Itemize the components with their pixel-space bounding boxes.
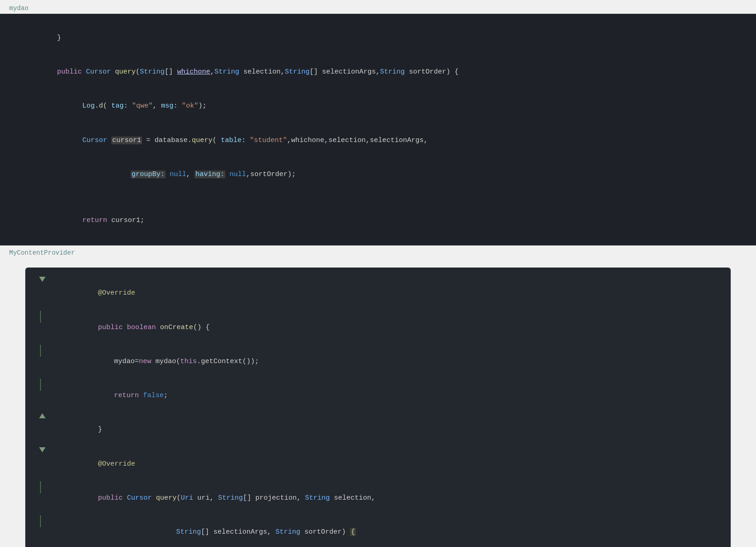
code-row: Cursor cursor1 = database.query( table: … [9,124,747,158]
code-row: return cursor1; [9,204,747,238]
code-row [9,192,747,204]
code-line-top-6 [24,192,747,203]
code-row: String[] selectionArgs, String sortOrder… [36,515,720,547]
code-line-top-1: } [24,21,747,55]
gutter [36,311,51,323]
middle-label: MyContentProvider [0,245,756,260]
gutter [36,481,51,493]
gutter [36,413,51,418]
code-line-top-7: return cursor1; [24,204,747,238]
code-line-mid-2: public boolean onCreate() { [51,311,720,345]
top-label: mydao [0,0,756,14]
fold-icon [39,447,46,452]
fold-icon [39,413,46,418]
code-row: public boolean onCreate() { [36,311,720,345]
gutter [36,447,51,452]
code-row: return false; [36,379,720,413]
code-line-top-3: Log.d( tag: "qwe", msg: "ok"); [24,90,747,124]
gutter [36,379,51,391]
code-row: @Override [36,277,720,311]
fold-icon [39,277,46,282]
gutter [36,277,51,282]
code-line-top-4: Cursor cursor1 = database.query( table: … [24,124,747,158]
code-row: Log.d( tag: "qwe", msg: "ok"); [9,90,747,124]
section-middle: @Override public boolean onCreate() { my… [25,268,731,547]
code-row: } [36,413,720,447]
section-top: } public Cursor query(String[] whichone,… [0,14,756,245]
code-line-mid-6: @Override [51,447,720,481]
code-line-mid-1: @Override [51,277,720,311]
code-line-mid-4: return false; [51,379,720,413]
code-line-mid-7: public Cursor query(Uri uri, String[] pr… [51,481,720,515]
code-line-top-2: public Cursor query(String[] whichone,St… [24,55,747,89]
code-row: @Override [36,447,720,481]
code-row: public Cursor query(String[] whichone,St… [9,55,747,89]
code-row: groupBy: null, having: null,sortOrder); [9,158,747,192]
code-line-mid-8: String[] selectionArgs, String sortOrder… [51,515,720,547]
gutter [36,345,51,357]
code-row: public Cursor query(Uri uri, String[] pr… [36,481,720,515]
code-line-mid-5: } [51,413,720,447]
gutter [36,515,51,527]
page-container: mydao } public Cursor query(String[] whi… [0,0,756,547]
code-line-top-5: groupBy: null, having: null,sortOrder); [24,158,747,192]
code-line-mid-3: mydao=new mydao(this.getContext()); [51,345,720,379]
code-row: mydao=new mydao(this.getContext()); [36,345,720,379]
code-row: } [9,21,747,55]
